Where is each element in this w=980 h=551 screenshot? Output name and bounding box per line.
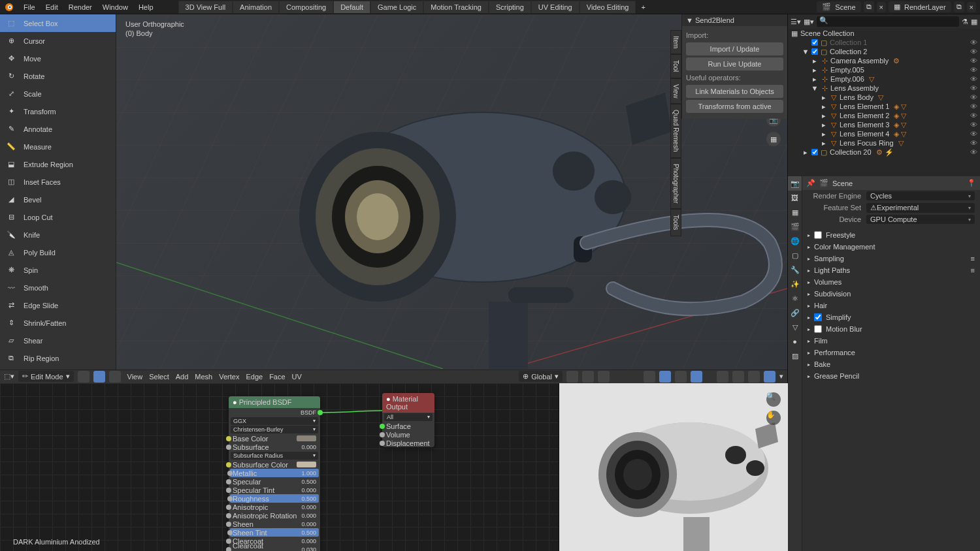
workspace-tab[interactable]: Motion Tracking <box>423 1 489 14</box>
tool-poly-build[interactable]: ◬Poly Build <box>0 244 116 261</box>
sss-method-dropdown[interactable]: Christensen-Burley <box>231 426 318 433</box>
vp-menu-select[interactable]: Select <box>146 373 172 381</box>
section-menu-icon[interactable]: ≡ <box>971 255 975 262</box>
node-param-specular-tint[interactable]: Specular Tint0.000 <box>229 486 320 494</box>
menu-render[interactable]: Render <box>63 3 97 11</box>
tool-spin[interactable]: ❋Spin <box>0 261 116 279</box>
vp-menu-mesh[interactable]: Mesh <box>192 373 215 381</box>
render-tab-icon[interactable]: 📷 <box>788 176 802 191</box>
node-param-metallic[interactable]: Metallic1.000 <box>230 469 319 477</box>
workspace-tab[interactable]: Scripting <box>489 1 531 14</box>
blender-logo-icon[interactable] <box>3 1 16 14</box>
tool-select-box[interactable]: ⬚Select Box <box>0 14 116 32</box>
n-panel-header[interactable]: ▼ Send2Blend <box>682 14 787 26</box>
collection-checkbox[interactable] <box>811 48 818 55</box>
visibility-toggle-icon[interactable]: 👁 <box>970 112 977 119</box>
new-layer-icon[interactable]: ⧉ <box>954 1 964 12</box>
material-output-node[interactable]: ● Material Output All SurfaceVolumeDispl… <box>382 393 434 447</box>
node-param-specular[interactable]: Specular0.500 <box>229 477 320 486</box>
distribution-dropdown[interactable]: GGX <box>231 417 318 425</box>
n-tab-tools[interactable]: Tools <box>670 209 681 236</box>
output-target-dropdown[interactable]: All <box>384 413 433 421</box>
wireframe-overlay-icon[interactable] <box>691 371 702 383</box>
node-param-sheen[interactable]: Sheen0.000 <box>229 520 320 528</box>
editor-type-icon[interactable]: ☰▾ <box>791 18 801 26</box>
collection-checkbox[interactable] <box>811 39 818 46</box>
section-film[interactable]: ▸Film <box>802 335 980 347</box>
outliner-item[interactable]: ▸▢Collection 20⚙ ⚡👁 <box>788 148 980 157</box>
new-collection-icon[interactable]: ▦ <box>971 18 977 26</box>
overlays-icon[interactable] <box>644 371 655 383</box>
node-param-subsurface[interactable]: Subsurface0.000 <box>229 443 320 451</box>
editor-type-icon[interactable]: ⬚▾ <box>4 372 14 381</box>
orientation-selector[interactable]: ⊕ Global ▾ <box>519 371 563 382</box>
filter-icon[interactable]: ⚗ <box>962 18 968 26</box>
physics-tab-icon[interactable]: ⚛ <box>788 291 802 306</box>
principled-bsdf-node[interactable]: ● Principled BSDF BSDF GGX Christensen-B… <box>229 396 320 551</box>
delete-scene-icon[interactable]: × <box>877 2 886 12</box>
section-simplify[interactable]: ▸Simplify <box>802 311 980 323</box>
tool-annotate[interactable]: ✎Annotate <box>0 120 116 138</box>
tool-smooth[interactable]: 〰Smooth <box>0 279 116 296</box>
outliner-item[interactable]: ▸▽Lens Focus Ring▽👁 <box>788 138 980 148</box>
link-materials-button[interactable]: Link Materials to Objects <box>686 85 783 98</box>
tool-loop-cut[interactable]: ⊟Loop Cut <box>0 208 116 226</box>
shading-rendered-icon[interactable] <box>764 371 776 383</box>
visibility-toggle-icon[interactable]: 👁 <box>970 139 977 147</box>
material-tab-icon[interactable]: ● <box>788 334 802 349</box>
outliner-item[interactable]: ▸▽Lens Body▽👁 <box>788 93 980 102</box>
tool-inset-faces[interactable]: ◫Inset Faces <box>0 173 116 191</box>
section-checkbox[interactable] <box>814 231 822 239</box>
workspace-tab[interactable]: Video Editing <box>580 1 636 14</box>
section-subdivision[interactable]: ▸Subdivision <box>802 288 980 300</box>
visibility-toggle-icon[interactable]: 👁 <box>970 39 977 46</box>
delete-layer-icon[interactable]: × <box>967 2 976 12</box>
outliner-item[interactable]: ▼▢Collection 2👁 <box>788 47 980 56</box>
section-sampling[interactable]: ▸Sampling≡ <box>802 253 980 264</box>
section-color-management[interactable]: ▸Color Management <box>802 241 980 253</box>
section-grease-pencil[interactable]: ▸Grease Pencil <box>802 370 980 382</box>
tool-move[interactable]: ✥Move <box>0 50 116 67</box>
n-tab-item[interactable]: Item <box>670 30 681 54</box>
outliner-item[interactable]: ▸▽Lens Element 1◈ ▽👁 <box>788 102 980 111</box>
node-param-anisotropic[interactable]: Anisotropic0.000 <box>229 503 320 511</box>
feature-set-dropdown[interactable]: ⚠ Experimental <box>866 203 975 213</box>
pivot-icon[interactable] <box>566 371 578 383</box>
visibility-toggle-icon[interactable]: 👁 <box>970 84 977 92</box>
transforms-active-button[interactable]: Transforms from active <box>686 100 783 113</box>
proportional-icon[interactable] <box>598 371 610 383</box>
outliner-item[interactable]: ▸▽Lens Element 3◈ ▽👁 <box>788 120 980 129</box>
tool-bevel[interactable]: ◢Bevel <box>0 191 116 208</box>
node-param-roughness[interactable]: Roughness0.500 <box>230 494 319 503</box>
xray-icon[interactable] <box>675 371 687 383</box>
renderlayer-selector[interactable]: ▦RenderLayer <box>889 1 951 12</box>
node-header[interactable]: ● Principled BSDF <box>229 396 320 408</box>
outliner-item[interactable]: ▸▽Lens Element 2◈ ▽👁 <box>788 111 980 120</box>
tool-cursor[interactable]: ⊕Cursor <box>0 32 116 50</box>
workspace-tab[interactable]: Default <box>333 1 370 14</box>
section-performance[interactable]: ▸Performance <box>802 347 980 358</box>
texture-tab-icon[interactable]: ▨ <box>788 349 802 363</box>
render-preview[interactable]: 🔍 ✋ <box>559 383 787 551</box>
node-param-anisotropic-rotation[interactable]: Anisotropic Rotation0.000 <box>229 511 320 520</box>
workspace-tab[interactable]: Game Logic <box>370 1 423 14</box>
properties-breadcrumb[interactable]: 📌🎬Scene📍 <box>802 176 980 190</box>
section-hair[interactable]: ▸Hair <box>802 300 980 311</box>
node-param-subsurface-color[interactable]: Subsurface Color <box>229 460 320 469</box>
perspective-toggle-icon[interactable]: ▦ <box>766 132 781 146</box>
section-volumes[interactable]: ▸Volumes <box>802 276 980 288</box>
menu-window[interactable]: Window <box>97 3 133 11</box>
snap-icon[interactable] <box>582 371 594 383</box>
section-checkbox[interactable] <box>814 313 822 321</box>
tool-knife[interactable]: 🔪Knife <box>0 226 116 244</box>
outliner-item[interactable]: ▸⊹Empty.006▽👁 <box>788 74 980 84</box>
section-checkbox[interactable] <box>814 325 822 333</box>
menu-help[interactable]: Help <box>133 3 159 11</box>
render-engine-dropdown[interactable]: Cycles <box>866 191 975 200</box>
tool-measure[interactable]: 📏Measure <box>0 138 116 155</box>
n-tab-tool[interactable]: Tool <box>670 54 681 78</box>
viewlayer-tab-icon[interactable]: ▦ <box>788 205 802 219</box>
preview-pan-icon[interactable]: ✋ <box>766 411 781 425</box>
shading-matprev-icon[interactable] <box>748 371 760 383</box>
section-motion-blur[interactable]: ▸Motion Blur <box>802 323 980 335</box>
